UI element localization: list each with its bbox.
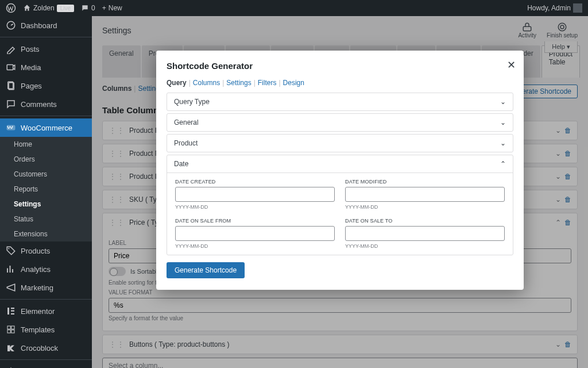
modal-tab-columns[interactable]: Columns <box>193 79 220 87</box>
date-sale-from-input[interactable] <box>175 226 335 241</box>
modal-generate-button[interactable]: Generate Shortcode <box>167 262 245 278</box>
submenu-extensions[interactable]: Extensions <box>0 227 92 241</box>
svg-rect-13 <box>7 330 10 333</box>
menu-dashboard[interactable]: Dashboard <box>0 16 92 34</box>
accordion-general[interactable]: General⌄ <box>167 114 513 131</box>
svg-rect-14 <box>11 330 14 333</box>
date-sale-to-input[interactable] <box>345 226 505 241</box>
date-created-input[interactable] <box>175 187 335 202</box>
date-sale-to-label: DATE ON SALE TO <box>345 218 505 224</box>
menu-media[interactable]: Media <box>0 58 92 76</box>
svg-rect-9 <box>11 310 14 312</box>
menu-elementor[interactable]: Elementor <box>0 302 92 320</box>
live-badge: Live <box>57 5 74 12</box>
menu-appearance[interactable]: Appearance <box>0 362 92 368</box>
howdy-link[interactable]: Howdy, Admin <box>527 3 582 13</box>
date-modified-label: DATE MODIFIED <box>345 179 505 185</box>
accordion-query-type[interactable]: Query Type⌄ <box>167 93 513 110</box>
new-link[interactable]: + New <box>102 4 122 12</box>
menu-comments[interactable]: Comments <box>0 95 92 113</box>
chevron-up-icon: ⌃ <box>500 160 506 168</box>
shortcode-modal: ✕ Shortcode Generator Query| Columns| Se… <box>156 51 524 290</box>
modal-tab-filters[interactable]: Filters <box>258 79 277 87</box>
chevron-down-icon: ⌄ <box>500 98 506 106</box>
submenu-reports[interactable]: Reports <box>0 182 92 197</box>
modal-overlay[interactable]: ✕ Shortcode Generator Query| Columns| Se… <box>92 16 588 368</box>
menu-analytics[interactable]: Analytics <box>0 260 92 278</box>
svg-rect-12 <box>11 326 14 329</box>
menu-products[interactable]: Products <box>0 241 92 260</box>
submenu-settings[interactable]: Settings <box>0 197 92 212</box>
svg-rect-10 <box>11 313 14 315</box>
modal-title: Shortcode Generator <box>167 61 513 71</box>
admin-sidebar: Dashboard Posts Media Pages Comments Woo… <box>0 16 92 368</box>
menu-templates[interactable]: Templates <box>0 320 92 339</box>
menu-pages[interactable]: Pages <box>0 76 92 95</box>
comments-link[interactable]: 0 <box>81 4 95 12</box>
wp-logo-icon[interactable] <box>6 3 16 13</box>
chevron-down-icon: ⌄ <box>500 118 506 126</box>
svg-point-6 <box>8 248 9 249</box>
chevron-down-icon: ⌄ <box>500 139 506 147</box>
menu-crocoblock[interactable]: Crocoblock <box>0 339 92 357</box>
submenu-customers[interactable]: Customers <box>0 167 92 182</box>
avatar <box>573 3 582 13</box>
date-sale-to-hint: YYYY-MM-DD <box>345 243 505 249</box>
svg-rect-8 <box>11 308 14 309</box>
svg-rect-2 <box>7 65 13 70</box>
date-sale-from-hint: YYYY-MM-DD <box>175 243 335 249</box>
close-icon[interactable]: ✕ <box>507 59 516 71</box>
modal-tab-settings[interactable]: Settings <box>226 79 251 87</box>
menu-posts[interactable]: Posts <box>0 40 92 58</box>
date-created-label: DATE CREATED <box>175 179 335 185</box>
accordion-date[interactable]: Date⌃ <box>167 155 513 172</box>
accordion-product[interactable]: Product⌄ <box>167 135 513 152</box>
modal-tab-query[interactable]: Query <box>167 79 187 87</box>
submenu-orders[interactable]: Orders <box>0 152 92 167</box>
submenu-status[interactable]: Status <box>0 212 92 227</box>
menu-marketing[interactable]: Marketing <box>0 278 92 297</box>
date-created-hint: YYYY-MM-DD <box>175 204 335 210</box>
modal-tab-design[interactable]: Design <box>283 79 304 87</box>
date-sale-from-label: DATE ON SALE FROM <box>175 218 335 224</box>
admin-bar: ZoldenLive 0 + New Howdy, Admin <box>0 0 588 16</box>
menu-woocommerce[interactable]: WooCommerce <box>0 118 92 137</box>
submenu-home[interactable]: Home <box>0 137 92 152</box>
svg-rect-11 <box>7 326 10 329</box>
site-link[interactable]: ZoldenLive <box>23 4 74 12</box>
svg-rect-7 <box>7 308 9 315</box>
date-modified-input[interactable] <box>345 187 505 202</box>
date-modified-hint: YYYY-MM-DD <box>345 204 505 210</box>
